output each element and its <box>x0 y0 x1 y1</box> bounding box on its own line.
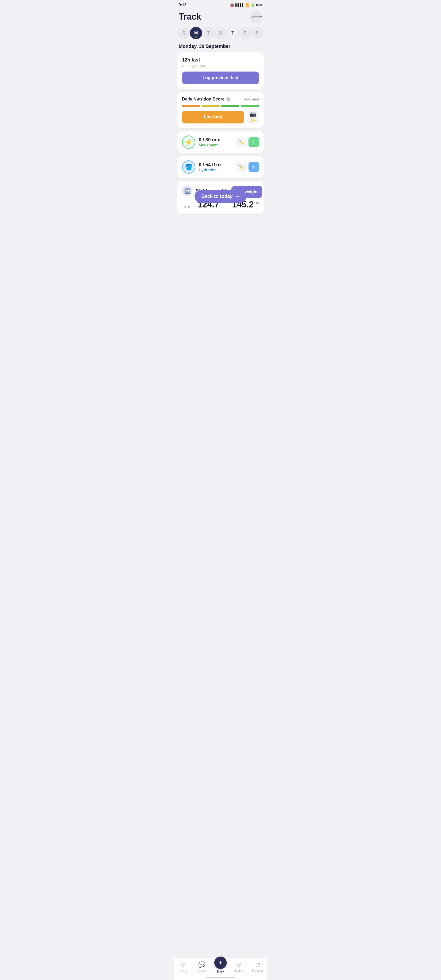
date-label: Monday, 30 September <box>174 41 267 52</box>
fast-title: 12h fast <box>182 57 259 63</box>
hydration-value: 0 / 54 fl oz <box>199 162 233 167</box>
status-time: 9:12 <box>179 3 186 7</box>
movement-card: ⚡ 0 / 30 min Movement ✏️ + <box>177 131 264 153</box>
back-to-today-label: Back to today <box>201 194 232 199</box>
weight-change-unit: lb <box>187 205 190 209</box>
weight-change: +0 lb <box>182 203 190 209</box>
arrow-right-icon: → <box>235 194 240 199</box>
signal-icon: ▌▌▌▌ <box>235 3 244 7</box>
active-day-dot <box>195 37 197 38</box>
nutrition-card: Daily Nutrition Score i Not rated Log fo… <box>177 92 264 128</box>
fast-subtitle: Not logged yet <box>182 64 259 68</box>
lightning-icon: ⚡ <box>185 138 192 146</box>
nutrition-bar-3 <box>221 105 240 107</box>
day-btn-m[interactable]: M <box>190 27 202 39</box>
fast-card: 12h fast Not logged yet Log previous fas… <box>177 52 264 89</box>
edit-icon: ✏️ <box>239 140 244 145</box>
battery-percent: 66% <box>256 3 262 7</box>
page-title: Track <box>179 12 201 22</box>
hydration-info: 0 / 54 fl oz Hydration <box>199 162 233 172</box>
movement-info: 0 / 30 min Movement <box>199 137 233 147</box>
nutrition-header: Daily Nutrition Score i Not rated <box>182 97 259 102</box>
status-bar: 9:12 🔇 ▌▌▌▌ 📶 🔋 66% <box>174 0 267 9</box>
movement-icon: ⚡ <box>182 135 195 149</box>
movement-edit-button[interactable]: ✏️ <box>236 137 247 147</box>
nutrition-title: Daily Nutrition Score <box>182 97 225 102</box>
header: Track Let them ♥ <box>174 9 267 27</box>
log-food-button[interactable]: Log food <box>182 111 244 124</box>
hydration-label: Hydration <box>199 168 233 172</box>
avatar[interactable]: Let them ♥ <box>250 11 262 23</box>
battery-icon: 🔋 <box>251 3 255 7</box>
nutrition-bar-2 <box>201 105 220 107</box>
log-fast-button[interactable]: Log previous fast <box>182 72 259 84</box>
movement-label: Movement <box>199 143 233 147</box>
bucket-icon: 🪣 <box>185 164 192 171</box>
mute-icon: 🔇 <box>230 3 234 7</box>
hydration-add-button[interactable]: + <box>249 162 259 172</box>
movement-actions: ✏️ + <box>236 137 259 147</box>
hydration-card: 🪣 0 / 54 fl oz Hydration ✏️ + <box>177 156 264 178</box>
hydration-edit-button[interactable]: ✏️ <box>236 162 247 172</box>
day-btn-s1[interactable]: S <box>178 27 190 39</box>
day-btn-t1[interactable]: T <box>202 27 214 39</box>
edit-icon-hydration: ✏️ <box>239 165 244 169</box>
day-btn-t2[interactable]: T <box>227 27 239 39</box>
nutrition-bar-1 <box>182 105 200 107</box>
day-btn-s2[interactable]: S <box>251 27 263 39</box>
nutrition-footer: Log food 📷✨ <box>182 111 259 124</box>
back-to-today-button[interactable]: Back to today → <box>194 190 246 203</box>
info-icon[interactable]: i <box>226 97 231 102</box>
nutrition-status: Not rated <box>244 97 259 101</box>
nutrition-bar-4 <box>241 105 259 107</box>
content-area: 12h fast Not logged yet Log previous fas… <box>174 52 267 238</box>
day-btn-w[interactable]: W <box>214 27 227 39</box>
movement-add-button[interactable]: + <box>249 137 259 147</box>
weight-change-value: +0 <box>182 205 186 209</box>
wifi-icon: 📶 <box>246 3 249 7</box>
hydration-actions: ✏️ + <box>236 162 259 172</box>
nutrition-title-group: Daily Nutrition Score i <box>182 97 231 102</box>
camera-icon: 📷✨ <box>247 111 259 124</box>
status-icons: 🔇 ▌▌▌▌ 📶 🔋 66% <box>230 3 262 7</box>
day-btn-f[interactable]: F <box>239 27 251 39</box>
nutrition-bars <box>182 105 259 107</box>
weight-change-group: +0 lb <box>182 203 190 210</box>
day-selector: S M T W T F S <box>174 27 267 41</box>
movement-value: 0 / 30 min <box>199 137 233 143</box>
hydration-icon: 🪣 <box>182 160 195 174</box>
weight-arrow-icon: ➡️ <box>182 186 192 196</box>
scan-food-button[interactable]: 📷✨ <box>247 111 259 124</box>
weight-max-unit: lb <box>256 201 259 205</box>
